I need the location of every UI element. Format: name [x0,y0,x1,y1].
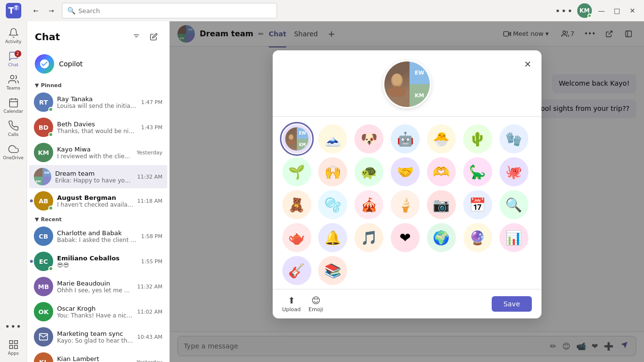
emoji-item-music[interactable]: 🎵 [354,223,383,252]
marketing-preview: Kayo: So glad to hear that the r... [57,337,133,344]
chat-main: EW KM Dream team ✏️ Chat Shared + Meet n… [170,21,644,362]
emoji-item-mountain[interactable]: 🗻 [318,124,347,153]
emoji-button[interactable]: 😊 Emoji [308,295,323,313]
kian-info: Kian Lambert Have you run this by Beth? … [57,355,133,362]
emiliano-time: 1:55 PM [141,258,162,265]
nav-buttons: ← → [29,4,58,17]
close-button[interactable]: ✕ [627,5,638,16]
emoji-item-cactus[interactable]: 🌵 [463,124,492,153]
emoji-item-bear[interactable]: 🧸 [282,190,311,219]
chat-item-oscar[interactable]: OK Oscar Krogh You: Thanks! Have a nice … [29,299,167,324]
marketing-time: 10:43 AM [137,334,162,340]
save-button[interactable]: Save [492,296,531,312]
emoji-item-gloves[interactable]: 🧤 [499,124,528,153]
marketing-name: Marketing team sync [57,330,133,337]
upload-icon: ⬆ [288,295,295,305]
chat-item-kayo[interactable]: KM Kayo Miwa I reviewed with the client … [29,140,167,165]
ray-info: Ray Tanaka Louisa will send the initial … [57,95,137,109]
sidebar-item-onedrive[interactable]: OneDrive [3,141,24,163]
emoji-item-group_collage[interactable]: EW KM [282,124,311,153]
chat-item-kian[interactable]: KL Kian Lambert Have you run this by Bet… [29,349,167,362]
emoji-item-heart[interactable]: ❤️ [391,223,420,252]
modal-close-button[interactable]: ✕ [521,57,535,71]
upload-button[interactable]: ⬆ Upload [282,295,301,313]
emoji-item-magnify[interactable]: 🔍 [499,190,528,219]
recent-caret: ▼ [35,216,39,223]
chat-item-charlotte[interactable]: CB Charlotte and Babak Babak: I asked th… [29,224,167,249]
emoji-item-sprout[interactable]: 🌱 [282,157,311,186]
emoji-item-pinwheel[interactable]: 🎪 [354,190,383,219]
emoji-item-robot[interactable]: 🤖 [391,124,420,153]
search-input[interactable] [78,7,272,15]
emoji-item-globe[interactable]: 🌍 [427,223,456,252]
chat-item-emiliano[interactable]: EC Emiliano Ceballos 😎😎 1:55 PM [29,249,167,274]
emoji-item-fire_hands[interactable]: 🙌 [318,157,347,186]
recent-label: Recent [41,216,61,223]
marie-time: 11:32 AM [137,284,162,290]
sidebar-item-chat[interactable]: Chat 2 [3,48,24,70]
beth-preview: Thanks, that would be nice. [57,128,137,135]
copilot-item[interactable]: Copilot [31,50,165,77]
ray-name: Ray Tanaka [57,95,137,103]
pinned-section-label[interactable]: ▼ Pinned [27,79,169,90]
svg-text:T: T [15,5,18,11]
ray-avatar-wrap: RT [34,92,53,112]
forward-button[interactable]: → [44,4,58,17]
filter-button[interactable] [129,29,144,45]
chat-list-scroll: ▼ Pinned RT Ray Tanaka Louisa will send … [27,79,169,362]
photo-quadrant-2: EW [410,61,430,84]
recent-section-label[interactable]: ▼ Recent [27,213,169,224]
chat-item-dream[interactable]: EW KM Dream team Erika: Happy to have yo… [29,165,167,188]
kian-time: Yesterday [137,359,162,362]
emiliano-online [48,266,53,271]
chat-item-august[interactable]: AB August Bergman I haven't checked avai… [29,188,167,213]
more-options-button[interactable]: ••• [555,6,573,16]
august-avatar-wrap: AB [34,191,53,211]
emoji-item-guitar[interactable]: 🎸 [282,256,311,285]
pinned-label: Pinned [41,82,61,89]
sidebar-item-calendar[interactable]: Calendar [3,95,24,116]
sidebar-item-calls[interactable]: Calls [3,118,24,139]
maximize-button[interactable]: □ [611,5,623,16]
sidebar-item-activity[interactable]: Activity [3,25,24,46]
dream-preview: Erika: Happy to have you back... [55,177,133,184]
modal-overlay[interactable]: ✕ EW [170,21,644,362]
emoji-item-crystal[interactable]: 🔮 [463,223,492,252]
sidebar-more-button[interactable]: ••• [3,316,24,337]
emiliano-name: Emiliano Ceballos [57,255,137,262]
sidebar-item-teams[interactable]: Teams [3,72,24,93]
emoji-item-camera[interactable]: 📷 [427,190,456,219]
marie-preview: Ohhh I see, yes let me fix that! [57,287,133,294]
emoji-item-chick[interactable]: 🐣 [427,124,456,153]
emoji-item-bell[interactable]: 🔔 [318,223,347,252]
search-bar[interactable]: 🔍 [62,3,277,18]
august-info: August Bergman I haven't checked availab… [57,194,133,208]
emoji-item-dog[interactable]: 🐶 [354,124,383,153]
emoji-item-turtle[interactable]: 🐢 [354,157,383,186]
emoji-item-book[interactable]: 📚 [318,256,347,285]
emoji-item-calendar[interactable]: 📅 [463,190,492,219]
photo-quadrant-3: KM [410,84,430,107]
svg-rect-11 [14,346,17,348]
dream-time: 11:32 AM [137,174,162,180]
emoji-item-handshake[interactable]: 🤝 [391,157,420,186]
sidebar-item-apps[interactable]: Apps [3,337,24,358]
user-avatar[interactable]: KM [577,3,592,18]
emoji-item-heart_hands[interactable]: 🫶 [427,157,456,186]
chat-item-marie[interactable]: MB Marie Beaudouin Ohhh I see, yes let m… [29,274,167,299]
back-button[interactable]: ← [29,4,43,17]
emoji-item-octopus[interactable]: 🐙 [499,157,528,186]
new-chat-button[interactable] [146,29,161,45]
emoji-item-ice_cream[interactable]: 🍦 [391,190,420,219]
chat-item-beth[interactable]: BD Beth Davies Thanks, that would be nic… [29,115,167,140]
emoji-item-teapot[interactable]: 🫖 [282,223,311,252]
kayo-name: Kayo Miwa [57,146,133,153]
emoji-item-bubble[interactable]: 🫧 [318,190,347,219]
emoji-item-chart[interactable]: 📊 [499,223,528,252]
emoji-item-dino[interactable]: 🦕 [463,157,492,186]
minimize-button[interactable]: — [596,5,607,16]
kayo-preview: I reviewed with the client on Th... [57,153,133,160]
chat-item-ray[interactable]: RT Ray Tanaka Louisa will send the initi… [29,90,167,115]
chat-item-marketing[interactable]: Marketing team sync Kayo: So glad to hea… [29,324,167,349]
group-photo-modal: ✕ EW [273,50,542,318]
